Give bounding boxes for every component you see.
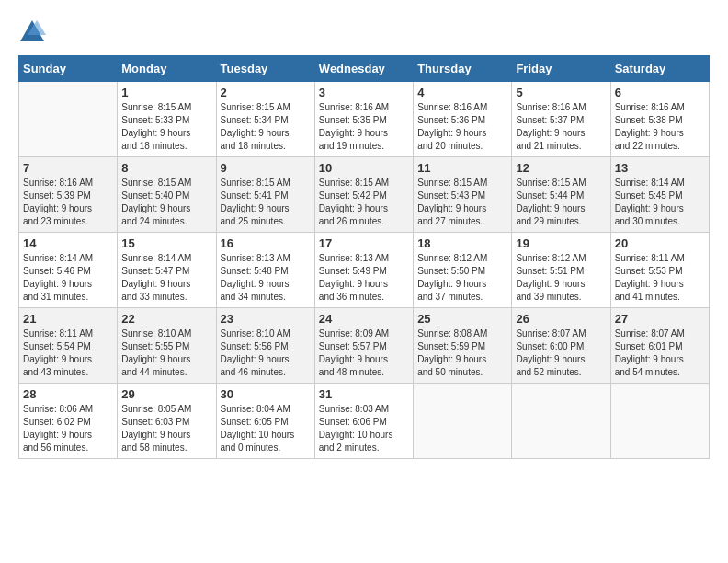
day-cell: 17Sunrise: 8:13 AMSunset: 5:49 PMDayligh… [314, 233, 413, 308]
day-number: 5 [516, 86, 606, 99]
day-number: 27 [615, 312, 705, 326]
day-cell: 7Sunrise: 8:16 AMSunset: 5:39 PMDaylight… [19, 157, 118, 233]
day-number: 10 [319, 161, 409, 175]
day-info: Sunrise: 8:16 AMSunset: 5:35 PMDaylight:… [319, 101, 409, 153]
day-number: 11 [417, 161, 507, 175]
day-cell: 28Sunrise: 8:06 AMSunset: 6:02 PMDayligh… [19, 384, 118, 459]
day-number: 24 [319, 312, 409, 326]
day-cell: 30Sunrise: 8:04 AMSunset: 6:05 PMDayligh… [216, 384, 314, 459]
day-number: 16 [221, 236, 311, 250]
day-cell: 10Sunrise: 8:15 AMSunset: 5:42 PMDayligh… [314, 157, 413, 233]
week-row-5: 28Sunrise: 8:06 AMSunset: 6:02 PMDayligh… [19, 384, 710, 459]
day-cell: 26Sunrise: 8:07 AMSunset: 6:00 PMDayligh… [512, 308, 610, 384]
weekday-header-tuesday: Tuesday [216, 56, 314, 82]
day-info: Sunrise: 8:04 AMSunset: 6:05 PMDaylight:… [221, 403, 311, 454]
day-cell: 8Sunrise: 8:15 AMSunset: 5:40 PMDaylight… [118, 157, 216, 233]
day-info: Sunrise: 8:08 AMSunset: 5:59 PMDaylight:… [417, 327, 507, 379]
day-info: Sunrise: 8:09 AMSunset: 5:57 PMDaylight:… [319, 327, 409, 379]
day-cell: 27Sunrise: 8:07 AMSunset: 6:01 PMDayligh… [610, 308, 709, 384]
day-cell: 9Sunrise: 8:15 AMSunset: 5:41 PMDaylight… [216, 157, 314, 233]
day-info: Sunrise: 8:14 AMSunset: 5:46 PMDaylight:… [23, 252, 113, 304]
day-info: Sunrise: 8:14 AMSunset: 5:45 PMDaylight:… [615, 177, 705, 228]
week-row-4: 21Sunrise: 8:11 AMSunset: 5:54 PMDayligh… [19, 308, 710, 384]
logo [18, 18, 50, 46]
day-info: Sunrise: 8:12 AMSunset: 5:50 PMDaylight:… [417, 252, 507, 304]
logo-icon [18, 18, 46, 46]
day-cell [414, 384, 512, 459]
weekday-header-monday: Monday [118, 56, 216, 82]
day-number: 21 [23, 312, 113, 326]
day-number: 3 [319, 86, 409, 99]
day-cell: 14Sunrise: 8:14 AMSunset: 5:46 PMDayligh… [19, 233, 118, 308]
day-info: Sunrise: 8:12 AMSunset: 5:51 PMDaylight:… [516, 252, 606, 304]
weekday-header-saturday: Saturday [610, 56, 709, 82]
day-number: 22 [121, 312, 211, 326]
day-info: Sunrise: 8:15 AMSunset: 5:34 PMDaylight:… [221, 101, 311, 153]
day-cell: 16Sunrise: 8:13 AMSunset: 5:48 PMDayligh… [216, 233, 314, 308]
day-info: Sunrise: 8:07 AMSunset: 6:00 PMDaylight:… [516, 327, 606, 379]
day-number: 28 [23, 387, 113, 401]
day-cell: 18Sunrise: 8:12 AMSunset: 5:50 PMDayligh… [414, 233, 512, 308]
day-info: Sunrise: 8:16 AMSunset: 5:39 PMDaylight:… [23, 177, 113, 228]
day-number: 29 [121, 387, 211, 401]
day-info: Sunrise: 8:16 AMSunset: 5:37 PMDaylight:… [516, 101, 606, 153]
day-cell: 24Sunrise: 8:09 AMSunset: 5:57 PMDayligh… [314, 308, 413, 384]
day-number: 30 [221, 387, 311, 401]
day-number: 13 [615, 161, 705, 175]
day-info: Sunrise: 8:15 AMSunset: 5:40 PMDaylight:… [121, 177, 211, 228]
day-cell: 25Sunrise: 8:08 AMSunset: 5:59 PMDayligh… [414, 308, 512, 384]
day-number: 15 [121, 236, 211, 250]
week-row-2: 7Sunrise: 8:16 AMSunset: 5:39 PMDaylight… [19, 157, 710, 233]
day-cell: 3Sunrise: 8:16 AMSunset: 5:35 PMDaylight… [314, 82, 413, 157]
day-info: Sunrise: 8:16 AMSunset: 5:36 PMDaylight:… [417, 101, 507, 153]
day-info: Sunrise: 8:15 AMSunset: 5:42 PMDaylight:… [319, 177, 409, 228]
day-number: 4 [417, 86, 507, 99]
day-cell: 22Sunrise: 8:10 AMSunset: 5:55 PMDayligh… [118, 308, 216, 384]
day-number: 23 [221, 312, 311, 326]
day-info: Sunrise: 8:15 AMSunset: 5:41 PMDaylight:… [221, 177, 311, 228]
weekday-header-sunday: Sunday [19, 56, 118, 82]
day-cell: 20Sunrise: 8:11 AMSunset: 5:53 PMDayligh… [610, 233, 709, 308]
day-info: Sunrise: 8:06 AMSunset: 6:02 PMDaylight:… [23, 403, 113, 454]
day-number: 20 [615, 236, 705, 250]
day-number: 19 [516, 236, 606, 250]
day-cell: 1Sunrise: 8:15 AMSunset: 5:33 PMDaylight… [118, 82, 216, 157]
day-cell: 19Sunrise: 8:12 AMSunset: 5:51 PMDayligh… [512, 233, 610, 308]
day-cell: 5Sunrise: 8:16 AMSunset: 5:37 PMDaylight… [512, 82, 610, 157]
calendar-table: SundayMondayTuesdayWednesdayThursdayFrid… [18, 55, 710, 459]
day-info: Sunrise: 8:07 AMSunset: 6:01 PMDaylight:… [615, 327, 705, 379]
day-info: Sunrise: 8:11 AMSunset: 5:54 PMDaylight:… [23, 327, 113, 379]
day-info: Sunrise: 8:03 AMSunset: 6:06 PMDaylight:… [319, 403, 409, 454]
day-info: Sunrise: 8:11 AMSunset: 5:53 PMDaylight:… [615, 252, 705, 304]
day-cell: 13Sunrise: 8:14 AMSunset: 5:45 PMDayligh… [610, 157, 709, 233]
week-row-1: 1Sunrise: 8:15 AMSunset: 5:33 PMDaylight… [19, 82, 710, 157]
day-number: 25 [417, 312, 507, 326]
day-number: 26 [516, 312, 606, 326]
weekday-header-thursday: Thursday [414, 56, 512, 82]
day-number: 14 [23, 236, 113, 250]
day-number: 7 [23, 161, 113, 175]
day-number: 31 [319, 387, 409, 401]
day-number: 9 [221, 161, 311, 175]
day-cell [610, 384, 709, 459]
day-cell: 6Sunrise: 8:16 AMSunset: 5:38 PMDaylight… [610, 82, 709, 157]
day-cell: 2Sunrise: 8:15 AMSunset: 5:34 PMDaylight… [216, 82, 314, 157]
day-number: 2 [221, 86, 311, 99]
weekday-header-wednesday: Wednesday [314, 56, 413, 82]
week-row-3: 14Sunrise: 8:14 AMSunset: 5:46 PMDayligh… [19, 233, 710, 308]
day-cell: 31Sunrise: 8:03 AMSunset: 6:06 PMDayligh… [314, 384, 413, 459]
day-cell [512, 384, 610, 459]
day-number: 12 [516, 161, 606, 175]
day-number: 1 [121, 86, 211, 99]
day-info: Sunrise: 8:10 AMSunset: 5:55 PMDaylight:… [121, 327, 211, 379]
day-cell: 12Sunrise: 8:15 AMSunset: 5:44 PMDayligh… [512, 157, 610, 233]
page-header [18, 18, 710, 46]
day-number: 18 [417, 236, 507, 250]
day-cell [19, 82, 118, 157]
day-info: Sunrise: 8:14 AMSunset: 5:47 PMDaylight:… [121, 252, 211, 304]
day-info: Sunrise: 8:13 AMSunset: 5:49 PMDaylight:… [319, 252, 409, 304]
day-cell: 21Sunrise: 8:11 AMSunset: 5:54 PMDayligh… [19, 308, 118, 384]
day-cell: 4Sunrise: 8:16 AMSunset: 5:36 PMDaylight… [414, 82, 512, 157]
day-cell: 23Sunrise: 8:10 AMSunset: 5:56 PMDayligh… [216, 308, 314, 384]
day-info: Sunrise: 8:15 AMSunset: 5:33 PMDaylight:… [121, 101, 211, 153]
